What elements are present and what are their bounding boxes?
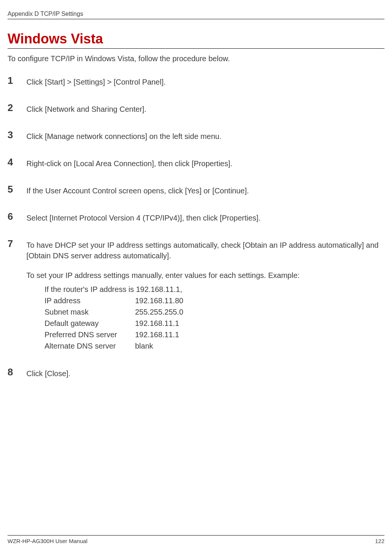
step-number: 7 [8,239,26,248]
step-1: 1 Click [Start] > [Settings] > [Control … [8,76,384,87]
step-text: Click [Manage network connections] on th… [26,130,221,142]
intro-text: To configure TCP/IP in Windows Vista, fo… [8,54,230,63]
step-7-para1: To have DHCP set your IP address setting… [26,240,384,261]
example-label: Alternate DNS server [45,340,135,352]
example-label: Subnet mask [45,306,135,318]
steps-list: 1 Click [Start] > [Settings] > [Control … [8,76,384,394]
page-title: Windows Vista [8,31,103,47]
example-label: Preferred DNS server [45,329,135,340]
step-2: 2 Click [Network and Sharing Center]. [8,103,384,114]
example-value: 255.255.255.0 [135,306,384,318]
step-7-para2: To set your IP address settings manually… [26,270,384,281]
step-number: 3 [8,130,26,140]
example-row: IP address 192.168.11.80 [45,295,384,306]
title-underline [8,48,384,49]
example-intro: If the router's IP address is 192.168.11… [45,284,384,295]
example-value: 192.168.11.80 [135,295,384,306]
example-row: Alternate DNS server blank [45,340,384,352]
step-number: 5 [8,184,26,194]
step-text: Right-click on [Local Area Connection], … [26,157,232,169]
step-text: Select [Internet Protocol Version 4 (TCP… [26,211,260,223]
step-text: Click [Network and Sharing Center]. [26,103,146,114]
header-rule: Appendix D TCP/IP Settings [8,11,384,19]
step-text: Click [Start] > [Settings] > [Control Pa… [26,76,166,87]
footer-page-number: 122 [375,538,384,544]
example-value: 192.168.11.1 [135,318,384,329]
step-text: If the User Account Control screen opens… [26,184,249,196]
step-number: 2 [8,103,26,113]
step-3: 3 Click [Manage network connections] on … [8,130,384,142]
footer: WZR-HP-AG300H User Manual 122 [8,535,384,544]
step-text: To have DHCP set your IP address setting… [26,239,384,352]
example-label: IP address [45,295,135,306]
step-text: Click [Close]. [26,367,71,379]
example-row: Preferred DNS server 192.168.11.1 [45,329,384,340]
step-number: 4 [8,157,26,167]
example-value: blank [135,340,384,352]
example-block: If the router's IP address is 192.168.11… [26,284,384,352]
step-5: 5 If the User Account Control screen ope… [8,184,384,196]
example-row: Default gateway 192.168.11.1 [45,318,384,329]
example-label: Default gateway [45,318,135,329]
example-value: 192.168.11.1 [135,329,384,340]
step-number: 8 [8,367,26,377]
step-number: 6 [8,211,26,221]
footer-manual-name: WZR-HP-AG300H User Manual [8,538,88,544]
step-8: 8 Click [Close]. [8,367,384,379]
example-row: Subnet mask 255.255.255.0 [45,306,384,318]
step-4: 4 Right-click on [Local Area Connection]… [8,157,384,169]
step-7: 7 To have DHCP set your IP address setti… [8,239,384,352]
step-number: 1 [8,76,26,85]
example-intro-text: If the router's IP address is 192.168.11… [45,284,182,295]
appendix-label: Appendix D TCP/IP Settings [8,11,83,17]
step-6: 6 Select [Internet Protocol Version 4 (T… [8,211,384,223]
